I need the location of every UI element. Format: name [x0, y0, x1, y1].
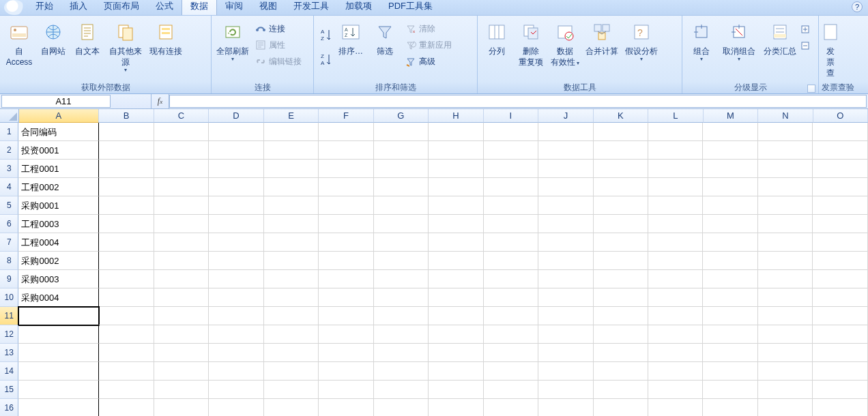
cell-D5[interactable]	[209, 196, 263, 215]
cell-A12[interactable]	[18, 325, 99, 344]
show-detail-icon[interactable]	[801, 25, 812, 35]
cell-G13[interactable]	[374, 344, 429, 362]
cell-F16[interactable]	[319, 399, 373, 416]
from-access-button[interactable]: 自 Access	[3, 17, 35, 68]
cell-E7[interactable]	[264, 233, 319, 252]
existing-connections-button[interactable]: 现有连接	[147, 17, 184, 57]
cell-M4[interactable]	[703, 178, 757, 196]
cell-D14[interactable]	[209, 362, 263, 381]
colhead-K[interactable]: K	[594, 109, 648, 123]
cell-F11[interactable]	[319, 307, 373, 325]
cells-area[interactable]: 1合同编码2投资00013工程00014工程00025采购00016工程0003…	[0, 123, 868, 416]
tab-review[interactable]: 审阅	[217, 0, 251, 15]
cell-I14[interactable]	[484, 362, 538, 381]
cell-D13[interactable]	[209, 344, 263, 362]
rowhead-1[interactable]: 1	[0, 123, 18, 141]
sort-button[interactable]: AZ 排序…	[334, 17, 367, 57]
cell-C16[interactable]	[154, 399, 209, 416]
ungroup-button[interactable]: 取消组合 ▾	[719, 17, 759, 62]
cell-G1[interactable]	[374, 123, 429, 141]
cell-D8[interactable]	[209, 252, 263, 270]
colhead-O[interactable]: O	[813, 109, 868, 123]
cell-H13[interactable]	[429, 344, 483, 362]
cell-L12[interactable]	[648, 325, 703, 344]
cell-O7[interactable]	[813, 233, 867, 252]
cell-C6[interactable]	[154, 215, 209, 233]
cell-N16[interactable]	[758, 399, 813, 416]
cell-C11[interactable]	[154, 307, 209, 325]
cell-A8[interactable]: 采购0002	[18, 252, 99, 270]
from-text-button[interactable]: 自文本	[71, 17, 104, 57]
cell-I5[interactable]	[484, 196, 538, 215]
tab-addins[interactable]: 加载项	[337, 0, 380, 15]
cell-N14[interactable]	[758, 362, 813, 381]
cell-B9[interactable]	[99, 270, 154, 288]
cell-F7[interactable]	[319, 233, 373, 252]
cell-O13[interactable]	[813, 344, 867, 362]
cell-J15[interactable]	[538, 381, 593, 399]
cell-K3[interactable]	[594, 160, 648, 178]
tab-pdftools[interactable]: PDF工具集	[380, 0, 441, 15]
cell-B7[interactable]	[99, 233, 154, 252]
cell-L7[interactable]	[648, 233, 703, 252]
cell-J4[interactable]	[538, 178, 593, 196]
cell-A5[interactable]: 采购0001	[18, 196, 99, 215]
cell-B13[interactable]	[99, 344, 154, 362]
cell-G2[interactable]	[374, 141, 429, 160]
cell-A9[interactable]: 采购0003	[18, 270, 99, 288]
cell-K16[interactable]	[594, 399, 648, 416]
rowhead-13[interactable]: 13	[0, 344, 18, 362]
cell-H15[interactable]	[429, 381, 483, 399]
cell-A7[interactable]: 工程0004	[18, 233, 99, 252]
cell-E5[interactable]	[264, 196, 319, 215]
cell-I10[interactable]	[484, 288, 538, 307]
cell-K9[interactable]	[594, 270, 648, 288]
cell-E16[interactable]	[264, 399, 319, 416]
cell-H1[interactable]	[429, 123, 483, 141]
cell-B5[interactable]	[99, 196, 154, 215]
rowhead-5[interactable]: 5	[0, 196, 18, 215]
cell-N12[interactable]	[758, 325, 813, 344]
cell-H11[interactable]	[429, 307, 483, 325]
cell-J6[interactable]	[538, 215, 593, 233]
colhead-E[interactable]: E	[264, 109, 319, 123]
cell-F4[interactable]	[319, 178, 373, 196]
cell-O9[interactable]	[813, 270, 867, 288]
cell-K15[interactable]	[594, 381, 648, 399]
group-rows-button[interactable]: 组合 ▾	[685, 17, 718, 62]
cell-A2[interactable]: 投资0001	[18, 141, 99, 160]
cell-O4[interactable]	[813, 178, 867, 196]
tab-pagelayout[interactable]: 页面布局	[96, 0, 147, 15]
cell-G6[interactable]	[374, 215, 429, 233]
cell-B8[interactable]	[99, 252, 154, 270]
cell-I8[interactable]	[484, 252, 538, 270]
cell-C7[interactable]	[154, 233, 209, 252]
cell-K14[interactable]	[594, 362, 648, 381]
cell-H6[interactable]	[429, 215, 483, 233]
cell-A13[interactable]	[18, 344, 99, 362]
advanced-filter-button[interactable]: 高级	[403, 54, 454, 69]
cell-B11[interactable]	[99, 307, 154, 325]
cell-M10[interactable]	[703, 288, 757, 307]
cell-J5[interactable]	[538, 196, 593, 215]
cell-H2[interactable]	[429, 141, 483, 160]
cell-N8[interactable]	[758, 252, 813, 270]
cell-F14[interactable]	[319, 362, 373, 381]
cell-O2[interactable]	[813, 141, 867, 160]
cell-B12[interactable]	[99, 325, 154, 344]
cell-A16[interactable]	[18, 399, 99, 416]
cell-D10[interactable]	[209, 288, 263, 307]
cell-J2[interactable]	[538, 141, 593, 160]
cell-J3[interactable]	[538, 160, 593, 178]
cell-A15[interactable]	[18, 381, 99, 399]
cell-G12[interactable]	[374, 325, 429, 344]
cell-F9[interactable]	[319, 270, 373, 288]
tab-home[interactable]: 开始	[27, 0, 61, 15]
cell-G4[interactable]	[374, 178, 429, 196]
cell-O15[interactable]	[813, 381, 867, 399]
cell-L10[interactable]	[648, 288, 703, 307]
tab-view[interactable]: 视图	[251, 0, 285, 15]
cell-H3[interactable]	[429, 160, 483, 178]
cell-I15[interactable]	[484, 381, 538, 399]
cell-K7[interactable]	[594, 233, 648, 252]
